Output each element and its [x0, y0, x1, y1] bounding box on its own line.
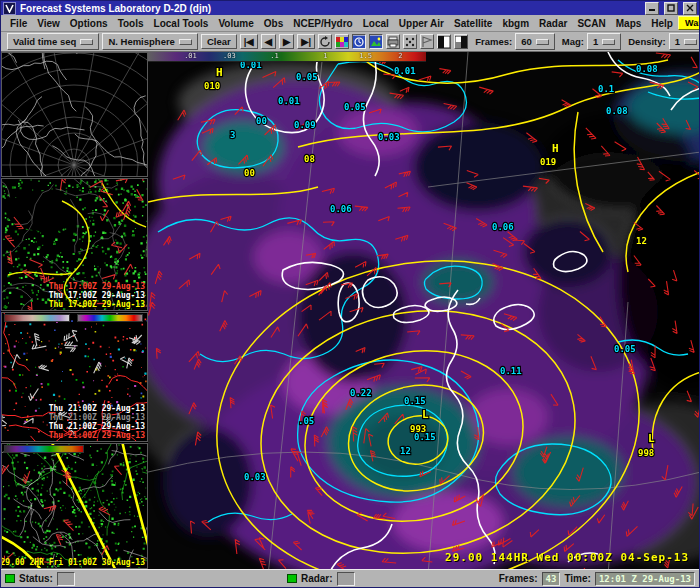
menu-item-radar[interactable]: Radar [534, 17, 572, 30]
panel-time-line: Thu 21:00Z 29-Aug-13 [49, 413, 145, 422]
pennant-icon [421, 36, 433, 48]
map-value-label: 0.08 [606, 106, 628, 116]
density-dropdown[interactable]: 1 [669, 33, 700, 50]
map-value-label: L [422, 408, 429, 421]
image-icon [370, 36, 382, 48]
color-table-button[interactable] [335, 34, 349, 49]
panel-time-line: Thu 21:00Z 29-Aug-13 [49, 422, 145, 431]
map-value-label: .05 [298, 416, 314, 426]
scale-label: N. Hemisphere [108, 36, 175, 47]
side-panel-column: Thu 17:00Z 29-Aug-13Thu 17:00Z 29-Aug-13… [1, 52, 148, 569]
panel-combo-button[interactable] [454, 34, 468, 49]
combo-panel-icon [455, 36, 467, 48]
map-value-label: L [648, 432, 655, 445]
colorbar-tick-label: .01 [184, 52, 197, 61]
next-frame-button[interactable]: ▶ [279, 34, 294, 49]
map-value-label: 0.1 [598, 84, 614, 94]
map-value-label: 3 [230, 130, 235, 140]
map-value-label: 0.01 [394, 66, 416, 76]
menu-item-view[interactable]: View [32, 17, 65, 30]
menu-item-obs[interactable]: Obs [259, 17, 288, 30]
menu-item-tools[interactable]: Tools [113, 17, 149, 30]
minimize-button[interactable] [645, 2, 659, 15]
panel-time-line: Thu 21:00Z 29-Aug-13 [49, 404, 145, 413]
menu-item-options[interactable]: Options [65, 17, 113, 30]
colorbar-tick-label: 2 [398, 52, 402, 61]
image-combine-button[interactable] [369, 34, 383, 49]
option-menu-indicator [80, 39, 93, 45]
map-value-label: H [552, 142, 559, 155]
panel-surface-obs[interactable]: Thu 17:00Z 29-Aug-13Thu 17:00Z 29-Aug-13… [1, 178, 148, 311]
menu-item-ncep-hydro[interactable]: NCEP/Hydro [288, 17, 357, 30]
prev-frame-button[interactable]: ◀ [261, 34, 276, 49]
menu-item-volume[interactable]: Volume [213, 17, 258, 30]
map-value-label: 0.15 [414, 432, 436, 442]
clock-icon [353, 36, 365, 48]
maximize-button[interactable] [664, 2, 678, 15]
minimize-icon [648, 4, 656, 12]
map-value-label: 998 [638, 448, 654, 458]
menu-item-scan[interactable]: SCAN [572, 17, 610, 30]
mini-colorbar [4, 445, 84, 453]
menu-item-satellite[interactable]: Satellite [449, 17, 497, 30]
density-value: 1 [675, 36, 680, 47]
menu-bar: FileViewOptionsToolsLocal ToolsVolumeObs… [1, 15, 699, 32]
frames-value: 60 [521, 36, 532, 47]
map-value-label: 0.09 [294, 120, 316, 130]
menu-item-local[interactable]: Local [358, 17, 394, 30]
map-value-label: 019 [540, 157, 556, 167]
panel-layout-button[interactable] [437, 34, 451, 49]
loop-button[interactable] [318, 34, 332, 49]
app-window: Forecast Systems Laboratory D-2D (djn) F… [0, 0, 700, 588]
first-frame-button[interactable]: |◀ [240, 34, 258, 49]
loop-icon [319, 36, 331, 48]
menu-item-file[interactable]: File [5, 17, 32, 30]
menu-item-local-tools[interactable]: Local Tools [149, 17, 214, 30]
baseline-button[interactable] [420, 34, 434, 49]
colorbar-tick-label: .1 [270, 52, 278, 61]
menu-items: FileViewOptionsToolsLocal ToolsVolumeObs… [5, 17, 678, 30]
printer-icon [387, 36, 399, 48]
window-menu-icon[interactable] [3, 2, 16, 15]
statusbar-frames-label: Frames: [499, 573, 538, 584]
map-value-label: 010 [204, 81, 220, 91]
map-value-label: 00 [244, 168, 255, 178]
points-button[interactable] [403, 34, 417, 49]
forecast-map: H010H019L993L9981208000.010.050.010.0930… [148, 52, 699, 569]
menu-item-help[interactable]: Help [646, 17, 678, 30]
mini-colorbar [77, 314, 143, 322]
map-value-label: 0.22 [350, 388, 372, 398]
frames-dropdown[interactable]: 60 [515, 33, 555, 50]
panel-time-stack: Thu 17:00Z 29-Aug-13Thu 17:00Z 29-Aug-13… [49, 282, 145, 309]
panel-time-line: Thu 17:00Z 29-Aug-13 [49, 282, 145, 291]
colorbar-tick-label: 1.5 [359, 52, 372, 61]
panel-time-stack: Thu 21:00Z 29-Aug-13Thu 21:00Z 29-Aug-13… [49, 404, 145, 440]
menu-item-maps[interactable]: Maps [611, 17, 647, 30]
panel-time-stack: 29.00 2HR Fri 01:00Z 30-Aug-13 [1, 558, 145, 567]
panel-mesoanalysis[interactable]: 29.00 2HR Fri 01:00Z 30-Aug-13 [1, 443, 148, 569]
radar-message-icon[interactable] [337, 572, 355, 586]
panel-time-line: Thu 21:00Z 29-Aug-13 [49, 431, 145, 440]
status-message-icon[interactable] [57, 572, 75, 586]
display-area: Thu 17:00Z 29-Aug-13Thu 17:00Z 29-Aug-13… [1, 52, 699, 569]
menu-item-upper-air[interactable]: Upper Air [394, 17, 449, 30]
time-options-button[interactable] [352, 34, 366, 49]
mag-value: 1 [593, 36, 598, 47]
print-button[interactable] [386, 34, 400, 49]
close-button[interactable] [683, 2, 697, 15]
clear-button[interactable]: Clear [201, 34, 237, 49]
option-menu-indicator [602, 39, 615, 45]
valid-time-dropdown[interactable]: Valid time seq [7, 33, 99, 50]
mag-dropdown[interactable]: 1 [587, 33, 621, 50]
toolbar: Valid time seq N. Hemisphere Clear |◀ ◀ … [1, 32, 699, 52]
panel-radar-composite[interactable]: Thu 21:00Z 29-Aug-13Thu 21:00Z 29-Aug-13… [1, 312, 148, 442]
warngen-button[interactable]: WarnGen [678, 16, 700, 30]
menu-item-kbgm[interactable]: kbgm [497, 17, 534, 30]
main-map[interactable]: H010H019L993L9981208000.010.050.010.0930… [148, 52, 699, 569]
scale-dropdown[interactable]: N. Hemisphere [102, 33, 198, 50]
map-value-label: 0.15 [404, 396, 426, 406]
precip-colorbar: .01.03.111.52 [148, 52, 426, 62]
panel-hemisphere-overview[interactable] [1, 52, 148, 177]
title-bar[interactable]: Forecast Systems Laboratory D-2D (djn) [1, 1, 699, 15]
last-frame-button[interactable]: ▶| [297, 34, 315, 49]
